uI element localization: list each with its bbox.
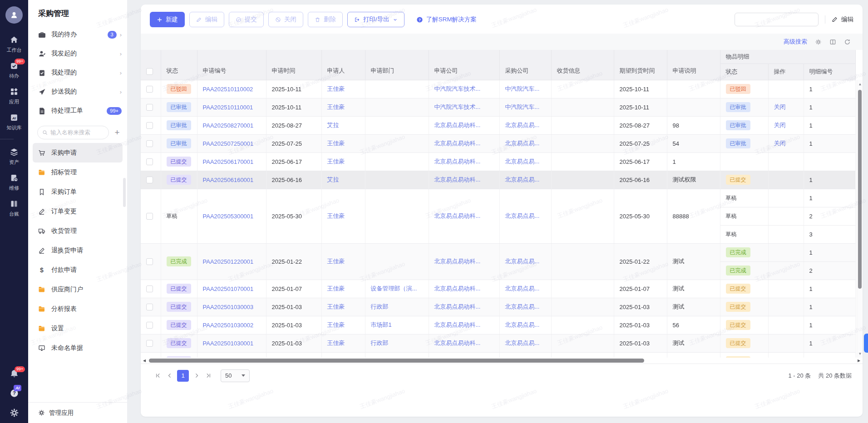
current-page-button[interactable]: 1 (177, 370, 189, 382)
prev-page-button[interactable] (163, 370, 175, 382)
refresh-icon[interactable] (844, 39, 851, 45)
row-checkbox[interactable] (146, 86, 153, 93)
column-header[interactable]: 申请部门 (365, 50, 429, 80)
company-link[interactable]: 中汽院汽车技术... (434, 103, 481, 110)
sidebar-nav-抄送我的[interactable]: 抄送我的› (28, 82, 127, 101)
row-checkbox[interactable] (146, 122, 153, 129)
last-page-button[interactable] (202, 370, 214, 382)
rail-item-todo[interactable]: 待办99+ (0, 61, 28, 79)
request-code-link[interactable]: PAA202507250001 (203, 140, 254, 147)
company-link[interactable]: 北京易点易动科... (434, 158, 481, 165)
column-header[interactable]: 申请公司 (429, 50, 499, 80)
close-button[interactable]: 关闭 (268, 12, 303, 27)
sidebar-nav-待处理工单[interactable]: 待处理工单99+ (28, 101, 127, 120)
horizontal-scrollbar-thumb[interactable] (149, 359, 644, 363)
purchase-company-link[interactable]: 北京易点易... (505, 176, 540, 183)
user-avatar[interactable] (5, 6, 23, 24)
column-header[interactable]: 状态 (161, 50, 197, 80)
rail-bottom-bell[interactable]: 99+ (0, 369, 28, 379)
purchase-company-link[interactable]: 北京易点易... (505, 321, 540, 328)
sidebar-item-招标管理[interactable]: 招标管理 (33, 162, 123, 182)
request-code-link[interactable]: PAA202506160001 (203, 177, 254, 183)
applicant-link[interactable]: 艾拉 (327, 122, 339, 128)
rail-item-repair[interactable]: 维修 (0, 173, 28, 192)
applicant-link[interactable]: 王佳豪 (327, 103, 345, 110)
rail-item-apps[interactable]: 应用 (0, 87, 28, 105)
delete-button[interactable]: 删除 (308, 12, 343, 27)
request-code-link[interactable]: PAA202505300001 (203, 213, 254, 220)
scroll-left-arrow[interactable]: ◀ (141, 359, 148, 363)
column-header[interactable]: 申请说明 (667, 50, 720, 80)
company-link[interactable]: 北京易点易动科... (434, 321, 481, 328)
sidebar-search-field[interactable] (50, 129, 104, 136)
sidebar-item-退换货申请[interactable]: 退换货申请 (33, 241, 123, 260)
company-link[interactable]: 北京易点易动科... (434, 339, 481, 346)
detail-column-header[interactable]: 明细编号 (804, 64, 855, 80)
applicant-link[interactable]: 王佳豪 (327, 212, 345, 219)
sidebar-item-供应商门户[interactable]: 供应商门户 (33, 280, 123, 299)
manage-apps-button[interactable]: 管理应用 (28, 402, 127, 423)
applicant-link[interactable]: 王佳豪 (327, 140, 345, 147)
close-action-link[interactable]: 关闭 (774, 140, 786, 147)
applicant-link[interactable]: 王佳豪 (327, 158, 345, 165)
company-link[interactable]: 北京易点易动科... (434, 258, 481, 265)
purchase-company-link[interactable]: 北京易点易... (505, 339, 540, 346)
edit-button[interactable]: 编辑 (189, 12, 224, 27)
sidebar-scrollbar-thumb[interactable] (123, 178, 126, 207)
purchase-company-link[interactable]: 中汽院汽车... (505, 85, 540, 92)
rail-item-ledger[interactable]: 台账 (0, 199, 28, 217)
sidebar-item-订单变更[interactable]: 订单变更 (33, 202, 123, 221)
vertical-scrollbar-thumb[interactable] (858, 90, 862, 289)
sidebar-item-未命名单据[interactable]: 未命名单据 (33, 338, 123, 358)
department-link[interactable]: 设备管理部（演... (371, 285, 417, 292)
purchase-company-link[interactable]: 北京易点易... (505, 158, 540, 165)
rail-item-layers[interactable]: 资产 (0, 148, 28, 166)
sidebar-item-采购申请[interactable]: 采购申请 (33, 143, 123, 162)
row-checkbox[interactable] (146, 304, 153, 310)
company-link[interactable]: 北京易点易动科... (434, 140, 481, 147)
select-all-checkbox[interactable] (146, 68, 153, 75)
column-header[interactable]: 申请编号 (197, 50, 266, 80)
detail-column-header[interactable]: 操作 (768, 64, 804, 80)
purchase-company-link[interactable]: 北京易点易... (505, 285, 540, 292)
company-link[interactable]: 北京易点易动科... (434, 303, 481, 310)
sidebar-search-input[interactable] (37, 126, 109, 139)
row-checkbox[interactable] (146, 258, 153, 265)
page-edit-button[interactable]: 编辑 (832, 15, 853, 24)
row-checkbox[interactable] (146, 158, 153, 165)
table-search-input[interactable] (740, 16, 819, 23)
request-code-link[interactable]: PAA202501030001 (203, 340, 254, 347)
first-page-button[interactable] (152, 370, 163, 382)
purchase-company-link[interactable]: 北京易点易... (505, 303, 540, 310)
rail-item-ai-book[interactable]: AI知识库 (0, 113, 28, 131)
applicant-link[interactable]: 王佳豪 (327, 339, 345, 346)
advanced-search-link[interactable]: 高级搜索 (784, 38, 807, 46)
applicant-link[interactable]: 王佳豪 (327, 303, 345, 310)
department-link[interactable]: 行政部 (371, 303, 389, 310)
rail-bottom-gear[interactable] (0, 408, 28, 418)
column-header[interactable]: 收货信息 (551, 50, 614, 80)
request-code-link[interactable]: PAA202508270001 (203, 122, 254, 129)
sidebar-item-收货管理[interactable]: 收货管理 (33, 221, 123, 241)
srm-solution-link[interactable]: ? 了解SRM解决方案 (416, 15, 477, 24)
row-checkbox[interactable] (146, 322, 153, 329)
company-link[interactable]: 中汽院汽车技术... (434, 85, 481, 92)
columns-icon[interactable] (829, 39, 836, 45)
rail-item-home[interactable]: 工作台 (0, 35, 28, 54)
next-page-button[interactable] (191, 370, 202, 382)
request-code-link[interactable]: PAA202501030003 (203, 304, 254, 310)
sidebar-nav-我处理的[interactable]: 我处理的› (28, 63, 127, 82)
floating-edge-tab[interactable] (864, 334, 868, 353)
purchase-company-link[interactable]: 北京易点易... (505, 122, 540, 128)
applicant-link[interactable]: 王佳豪 (327, 85, 345, 92)
page-size-select[interactable]: 50 (221, 369, 250, 382)
detail-column-header[interactable]: 状态 (720, 64, 768, 80)
column-header[interactable]: 申请人 (321, 50, 365, 80)
request-code-link[interactable]: PAA202501030002 (203, 322, 254, 329)
row-checkbox[interactable] (146, 340, 153, 347)
applicant-link[interactable]: 王佳豪 (327, 321, 345, 328)
sidebar-item-付款申请[interactable]: $付款申请 (33, 260, 123, 280)
department-link[interactable]: 市场部1 (371, 321, 392, 328)
request-code-link[interactable]: PAA202501220001 (203, 258, 254, 265)
scroll-up-arrow[interactable]: ▲ (857, 82, 863, 86)
